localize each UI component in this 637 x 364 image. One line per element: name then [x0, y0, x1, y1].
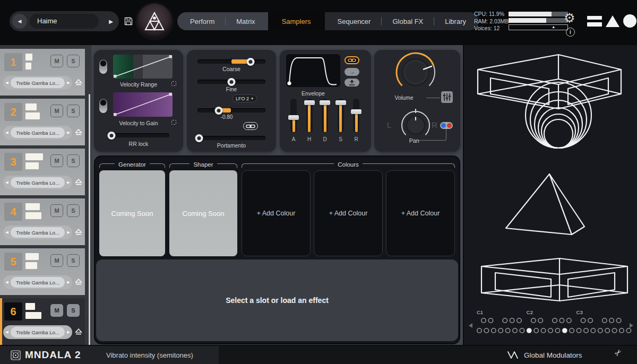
sampler-slot-1[interactable]: 1MS◀Treble Gamba Lo...▶ — [0, 49, 85, 96]
envelope-copy-button[interactable]: → — [345, 68, 359, 76]
solo-button[interactable]: S — [67, 204, 80, 217]
mute-button[interactable]: M — [50, 204, 63, 217]
brand-logo — [587, 14, 636, 28]
eject-icon[interactable] — [75, 179, 82, 185]
preset-name[interactable]: Haime — [30, 14, 99, 29]
save-icon[interactable] — [124, 16, 133, 26]
velocity-range-toggle[interactable] — [99, 59, 107, 74]
velocity-gain-graph[interactable] — [113, 92, 173, 117]
preset-next-icon[interactable]: ▶ — [109, 11, 113, 31]
rr-lock-label: RR lock — [94, 141, 183, 147]
fine-slider[interactable] — [197, 80, 265, 84]
next-sample-icon[interactable]: ▶ — [65, 81, 72, 85]
global-modulators[interactable]: Global Modulators — [507, 346, 582, 364]
velocity-gain-toggle[interactable] — [99, 99, 107, 113]
eject-icon[interactable] — [75, 79, 82, 85]
sidebar-scrollbar[interactable] — [89, 94, 90, 364]
env-slider-d[interactable]: D — [318, 99, 332, 142]
add-colour-button[interactable]: + Add Colour — [386, 170, 455, 256]
expand-icon[interactable] — [171, 120, 176, 125]
sample-selector[interactable]: ◀Treble Gamba Lo...▶ — [3, 325, 72, 339]
next-sample-icon[interactable]: ▶ — [65, 280, 72, 284]
tab-library[interactable]: Library — [434, 18, 477, 25]
eject-icon[interactable] — [75, 129, 82, 135]
eject-icon[interactable] — [75, 279, 82, 285]
slider-cap[interactable] — [304, 100, 315, 105]
eject-icon[interactable] — [75, 328, 82, 335]
tab-global-fx[interactable]: Global FX — [382, 18, 434, 25]
coarse-slider[interactable] — [197, 59, 265, 64]
scissors-icon[interactable]: ✂ — [612, 346, 624, 359]
env-slider-r[interactable]: R — [349, 99, 363, 142]
prev-sample-icon[interactable]: ◀ — [3, 131, 11, 135]
sample-selector[interactable]: ◀Treble Gamba Lo...▶ — [3, 226, 72, 239]
link-button[interactable] — [243, 122, 258, 130]
next-sample-icon[interactable]: ▶ — [65, 330, 72, 334]
app-title: MNDALA 2 — [25, 349, 81, 361]
velocity-range-graph[interactable] — [113, 55, 173, 79]
next-sample-icon[interactable]: ▶ — [65, 230, 72, 235]
add-colour-button[interactable]: + Add Colour — [314, 170, 383, 256]
prev-sample-icon[interactable]: ◀ — [3, 81, 11, 85]
mixer-faders-icon[interactable] — [441, 91, 453, 103]
preset-prev-icon[interactable]: ◀ — [12, 14, 27, 29]
envelope-export-button[interactable] — [345, 79, 359, 86]
limit-marker-icon[interactable]: ▲ — [552, 25, 555, 29]
prev-sample-icon[interactable]: ◀ — [3, 230, 11, 235]
portamento-slider[interactable] — [197, 136, 265, 140]
envelope-graph[interactable] — [286, 54, 340, 87]
sampler-slot-3[interactable]: 3MS◀Treble Gamba Lo...▶ — [0, 149, 85, 195]
solo-button[interactable]: S — [67, 55, 80, 67]
prev-sample-icon[interactable]: ◀ — [3, 280, 11, 284]
sampler-slot-4[interactable]: 4MS◀Treble Gamba Lo...▶ — [0, 198, 85, 245]
mute-button[interactable]: M — [50, 105, 63, 117]
sampler-slot-6[interactable]: 6MS◀Treble Gamba Lo...▶ — [0, 298, 85, 345]
mntra-logo-button[interactable] — [137, 4, 172, 39]
sampler-slot-2[interactable]: 2MS◀Treble Gamba Lo...▶ — [0, 99, 85, 145]
limit-slider[interactable]: ▲ — [509, 24, 568, 30]
solo-button[interactable]: S — [67, 304, 80, 317]
env-slider-a[interactable]: A — [287, 99, 300, 142]
prev-sample-icon[interactable]: ◀ — [3, 330, 11, 334]
solo-button[interactable]: S — [67, 154, 80, 167]
mute-button[interactable]: M — [50, 154, 63, 167]
slider-cap[interactable] — [351, 109, 361, 114]
mute-button[interactable]: M — [50, 254, 63, 267]
stereo-mode-toggle[interactable] — [440, 122, 453, 129]
sample-selector[interactable]: ◀Treble Gamba Lo...▶ — [3, 76, 72, 90]
slider-cap[interactable] — [335, 100, 346, 105]
solo-button[interactable]: S — [67, 254, 80, 267]
key-range-display[interactable]: C1C2C3 — [466, 308, 636, 335]
tab-matrix[interactable]: Matrix — [226, 18, 265, 25]
tab-samplers[interactable]: Samplers — [271, 18, 322, 25]
volume-knob[interactable] — [393, 50, 438, 94]
next-sample-icon[interactable]: ▶ — [65, 131, 72, 135]
eject-icon[interactable] — [75, 229, 82, 235]
prev-sample-icon[interactable]: ◀ — [3, 180, 11, 185]
settings-gear-icon[interactable]: ⚙ — [564, 11, 575, 25]
mute-button[interactable]: M — [50, 55, 63, 67]
sample-selector[interactable]: ◀Treble Gamba Lo...▶ — [3, 126, 72, 140]
expand-icon[interactable] — [171, 81, 176, 86]
info-icon[interactable]: i — [566, 28, 575, 37]
env-slider-s[interactable]: S — [334, 99, 348, 142]
env-slider-h[interactable]: H — [303, 99, 316, 142]
sampler-slot-5[interactable]: 5MS◀Treble Gamba Lo...▶ — [0, 248, 85, 295]
add-colour-button[interactable]: + Add Colour — [242, 170, 311, 256]
rr-lock-slider[interactable] — [110, 133, 169, 137]
mod-amount-slider[interactable] — [197, 108, 265, 112]
slider-cap[interactable] — [320, 100, 330, 105]
next-sample-icon[interactable]: ▶ — [65, 180, 72, 185]
solo-button[interactable]: S — [67, 105, 80, 117]
sample-selector[interactable]: ◀Treble Gamba Lo...▶ — [3, 176, 72, 189]
lfo-source-dropdown[interactable]: LFO 2▼ — [233, 94, 257, 102]
voices-stat: Voices: 12 — [474, 25, 509, 32]
sample-selector[interactable]: ◀Treble Gamba Lo...▶ — [3, 275, 72, 289]
preset-selector[interactable]: ◀ Haime ▶ — [10, 11, 119, 31]
scroll-right-icon — [630, 323, 633, 328]
tab-perform[interactable]: Perform — [179, 18, 225, 25]
mute-button[interactable]: M — [50, 304, 63, 317]
tab-sequencer[interactable]: Sequencer — [327, 18, 382, 25]
slider-cap[interactable] — [288, 115, 299, 120]
envelope-link-button[interactable] — [345, 56, 359, 64]
